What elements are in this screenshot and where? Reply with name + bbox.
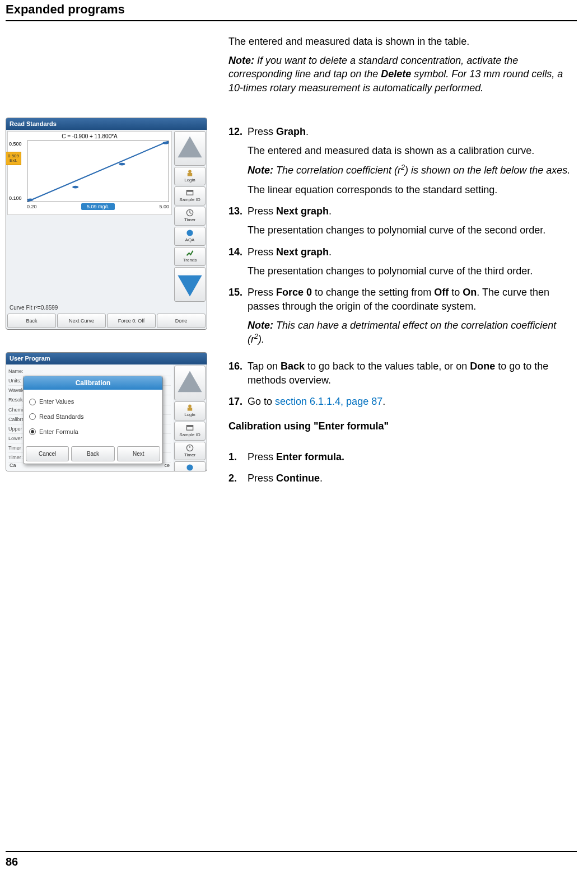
- svg-point-22: [186, 465, 193, 471]
- curve-fit-readout: Curve Fit r²=0.8599: [6, 303, 207, 313]
- x-current-value: 5.09 mg/L: [81, 203, 115, 210]
- radio-icon: [29, 428, 36, 435]
- done-button[interactable]: Done: [157, 314, 206, 328]
- svg-marker-15: [178, 371, 202, 392]
- next-curve-button[interactable]: Next Curve: [57, 314, 106, 328]
- svg-rect-19: [186, 426, 193, 427]
- timer-label: Timer: [184, 217, 195, 223]
- radio-icon: [29, 413, 36, 420]
- trends-tab[interactable]: Trends: [174, 247, 206, 266]
- radio-label: Enter Values: [39, 398, 74, 406]
- svg-line-12: [190, 213, 192, 213]
- radio-icon: [29, 399, 36, 405]
- step-item: 2.Press Continue.: [228, 471, 573, 485]
- y-tick-min: 0.100: [9, 195, 22, 202]
- back-button[interactable]: Back: [7, 314, 56, 328]
- svg-point-3: [119, 162, 125, 165]
- bg-row: Name:: [8, 367, 171, 376]
- svg-point-2: [72, 185, 78, 188]
- step-item: 14.Press Next graph.The presentation cha…: [228, 245, 573, 278]
- page-number: 86: [6, 851, 577, 870]
- login-tab[interactable]: Login: [174, 167, 206, 186]
- subheading: Calibration using "Enter formula": [228, 419, 573, 433]
- svg-marker-14: [178, 275, 202, 296]
- aqa-label: AQA: [185, 237, 195, 244]
- step-item: 15.Press Force 0 to change the setting f…: [228, 286, 573, 352]
- x-tick-max: 5.00: [159, 203, 169, 210]
- calibration-plot: 0.509 Ext. C = -0.900 + 11.800*A 0.500 0…: [7, 131, 172, 215]
- svg-point-13: [186, 230, 193, 236]
- svg-rect-7: [188, 173, 192, 176]
- window-title: Read Standards: [6, 118, 207, 130]
- sampleid-label: Sample ID: [179, 197, 200, 203]
- radio-option[interactable]: Read Standards: [29, 409, 157, 424]
- calibration-dialog: Calibration Enter ValuesRead StandardsEn…: [23, 376, 163, 464]
- next-button[interactable]: Next: [117, 446, 160, 462]
- sample-id-tab[interactable]: Sample ID: [174, 422, 206, 441]
- dialog-title: Calibration: [24, 376, 162, 390]
- scroll-up-button[interactable]: [174, 366, 206, 400]
- radio-label: Read Standards: [39, 413, 84, 421]
- timer-tab[interactable]: Timer: [174, 442, 206, 461]
- force-zero-button[interactable]: Force 0: Off: [107, 314, 156, 328]
- svg-marker-5: [178, 136, 202, 157]
- sample-id-tab[interactable]: Sample ID: [174, 186, 206, 205]
- radio-label: Enter Formula: [39, 428, 78, 436]
- step-item: 12.Press Graph.The entered and measured …: [228, 125, 573, 197]
- step-item: 1.Press Enter formula.: [228, 450, 573, 464]
- scroll-up-button[interactable]: [174, 131, 206, 166]
- svg-point-4: [162, 141, 169, 144]
- login-label: Login: [184, 177, 195, 184]
- bg-button-left: Ca: [10, 462, 16, 469]
- screenshot-calibration-dialog: User Program Name:Units:WaveleResoluChem…: [6, 352, 207, 471]
- page-header: Expanded programs: [6, 0, 577, 21]
- cancel-button[interactable]: Cancel: [26, 446, 69, 462]
- y-tick-max: 0.500: [9, 141, 22, 147]
- svg-line-0: [27, 141, 169, 202]
- svg-point-6: [188, 170, 192, 173]
- step-item: 13.Press Next graph.The presentation cha…: [228, 204, 573, 237]
- timer-tab[interactable]: Timer: [174, 207, 206, 226]
- svg-rect-17: [188, 408, 192, 411]
- bg-button-right: ce: [164, 462, 170, 469]
- trends-label: Trends: [183, 258, 197, 264]
- intro-note: Note: If you want to delete a standard c…: [228, 54, 573, 95]
- plot-formula: C = -0.900 + 11.800*A: [8, 133, 171, 141]
- step-item: 16.Tap on Back to go back to the values …: [228, 359, 573, 387]
- login-tab[interactable]: Login: [174, 401, 206, 420]
- back-button[interactable]: Back: [71, 446, 114, 462]
- radio-option[interactable]: Enter Formula: [29, 424, 157, 440]
- window-title: User Program: [6, 353, 207, 364]
- svg-point-16: [188, 404, 192, 408]
- svg-rect-9: [186, 190, 193, 192]
- svg-point-1: [27, 198, 34, 201]
- aqa-tab[interactable]: AQA: [174, 461, 206, 471]
- aqa-tab[interactable]: AQA: [174, 227, 206, 246]
- x-tick-min: 0.20: [27, 203, 37, 210]
- radio-option[interactable]: Enter Values: [29, 394, 157, 409]
- intro-paragraph: The entered and measured data is shown i…: [228, 35, 573, 48]
- screenshot-read-standards: Read Standards 0.509 Ext. C = -0.900 + 1…: [6, 118, 207, 330]
- step-item: 17.Go to section 6.1.1.4, page 87.: [228, 395, 573, 408]
- scroll-down-button[interactable]: [174, 267, 206, 302]
